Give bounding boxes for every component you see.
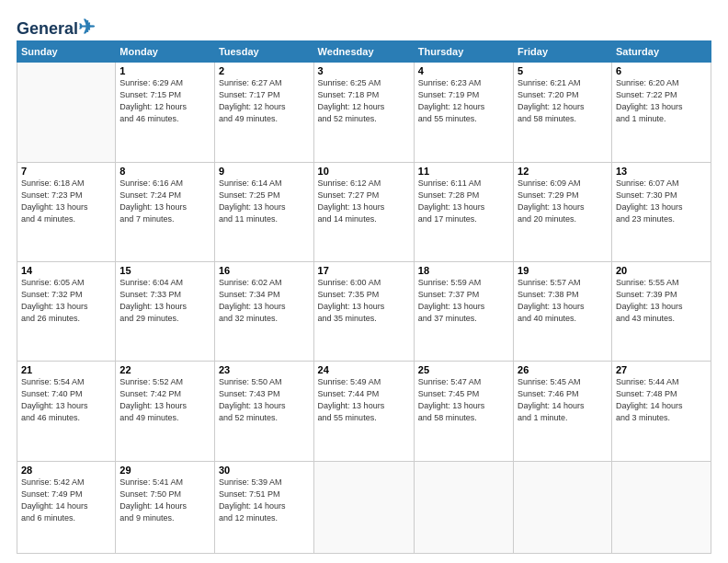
- calendar-cell: 1Sunrise: 6:29 AM Sunset: 7:15 PM Daylig…: [116, 63, 215, 162]
- day-number: 27: [616, 364, 707, 375]
- day-info: Sunrise: 5:50 AM Sunset: 7:43 PM Dayligh…: [219, 376, 310, 424]
- day-info: Sunrise: 5:39 AM Sunset: 7:51 PM Dayligh…: [219, 477, 310, 524]
- calendar-cell: 12Sunrise: 6:09 AM Sunset: 7:29 PM Dayli…: [514, 162, 612, 261]
- calendar-cell: 11Sunrise: 6:11 AM Sunset: 7:28 PM Dayli…: [414, 162, 513, 261]
- calendar-cell: 18Sunrise: 5:59 AM Sunset: 7:37 PM Dayli…: [414, 261, 513, 361]
- calendar-cell: 26Sunrise: 5:45 AM Sunset: 7:46 PM Dayli…: [514, 362, 612, 461]
- day-number: 13: [616, 166, 707, 177]
- calendar-cell: 21Sunrise: 5:54 AM Sunset: 7:40 PM Dayli…: [17, 362, 116, 461]
- day-number: 9: [219, 166, 310, 177]
- calendar-cell: 25Sunrise: 5:47 AM Sunset: 7:45 PM Dayli…: [414, 362, 513, 461]
- calendar-cell: 19Sunrise: 5:57 AM Sunset: 7:38 PM Dayli…: [514, 261, 612, 361]
- day-info: Sunrise: 5:54 AM Sunset: 7:40 PM Dayligh…: [21, 376, 111, 424]
- day-info: Sunrise: 5:44 AM Sunset: 7:48 PM Dayligh…: [616, 376, 707, 424]
- logo: General✈: [17, 17, 95, 35]
- calendar-cell: 28Sunrise: 5:42 AM Sunset: 7:49 PM Dayli…: [17, 461, 116, 553]
- calendar-week-2: 7Sunrise: 6:18 AM Sunset: 7:23 PM Daylig…: [17, 162, 711, 261]
- day-number: 11: [418, 166, 509, 177]
- day-info: Sunrise: 5:41 AM Sunset: 7:50 PM Dayligh…: [119, 477, 210, 524]
- day-info: Sunrise: 6:25 AM Sunset: 7:18 PM Dayligh…: [318, 77, 410, 125]
- day-info: Sunrise: 5:49 AM Sunset: 7:44 PM Dayligh…: [318, 376, 410, 424]
- calendar-cell: 7Sunrise: 6:18 AM Sunset: 7:23 PM Daylig…: [17, 162, 116, 261]
- day-number: 24: [318, 364, 410, 375]
- calendar-cell: 13Sunrise: 6:07 AM Sunset: 7:30 PM Dayli…: [611, 162, 711, 261]
- calendar-cell: 10Sunrise: 6:12 AM Sunset: 7:27 PM Dayli…: [313, 162, 414, 261]
- calendar-cell: [514, 461, 612, 553]
- day-info: Sunrise: 5:52 AM Sunset: 7:42 PM Dayligh…: [119, 376, 210, 424]
- calendar-cell: 14Sunrise: 6:05 AM Sunset: 7:32 PM Dayli…: [17, 261, 116, 361]
- calendar-cell: 24Sunrise: 5:49 AM Sunset: 7:44 PM Dayli…: [313, 362, 414, 461]
- day-number: 14: [21, 265, 111, 276]
- day-info: Sunrise: 6:04 AM Sunset: 7:33 PM Dayligh…: [119, 277, 210, 325]
- day-info: Sunrise: 5:55 AM Sunset: 7:39 PM Dayligh…: [616, 277, 707, 325]
- day-number: 19: [518, 265, 608, 276]
- day-info: Sunrise: 6:21 AM Sunset: 7:20 PM Dayligh…: [518, 77, 608, 125]
- calendar-cell: [17, 63, 116, 162]
- calendar-cell: 3Sunrise: 6:25 AM Sunset: 7:18 PM Daylig…: [313, 63, 414, 162]
- day-info: Sunrise: 6:29 AM Sunset: 7:15 PM Dayligh…: [119, 77, 210, 125]
- day-info: Sunrise: 5:42 AM Sunset: 7:49 PM Dayligh…: [21, 477, 111, 524]
- day-number: 5: [518, 65, 608, 76]
- calendar-cell: [414, 461, 513, 553]
- calendar-cell: 22Sunrise: 5:52 AM Sunset: 7:42 PM Dayli…: [116, 362, 215, 461]
- day-info: Sunrise: 6:12 AM Sunset: 7:27 PM Dayligh…: [318, 178, 410, 225]
- day-info: Sunrise: 6:09 AM Sunset: 7:29 PM Dayligh…: [518, 178, 608, 225]
- calendar-cell: 15Sunrise: 6:04 AM Sunset: 7:33 PM Dayli…: [116, 261, 215, 361]
- weekday-header-wednesday: Wednesday: [313, 41, 414, 63]
- day-number: 28: [21, 465, 111, 476]
- calendar-cell: 16Sunrise: 6:02 AM Sunset: 7:34 PM Dayli…: [214, 261, 313, 361]
- calendar-cell: 6Sunrise: 6:20 AM Sunset: 7:22 PM Daylig…: [611, 63, 711, 162]
- day-number: 29: [119, 465, 210, 476]
- calendar-cell: 27Sunrise: 5:44 AM Sunset: 7:48 PM Dayli…: [611, 362, 711, 461]
- calendar-cell: [611, 461, 711, 553]
- day-number: 7: [21, 166, 111, 177]
- calendar-cell: 29Sunrise: 5:41 AM Sunset: 7:50 PM Dayli…: [116, 461, 215, 553]
- day-number: 21: [21, 364, 111, 375]
- day-info: Sunrise: 6:07 AM Sunset: 7:30 PM Dayligh…: [616, 178, 707, 225]
- calendar-cell: 9Sunrise: 6:14 AM Sunset: 7:25 PM Daylig…: [214, 162, 313, 261]
- day-info: Sunrise: 5:47 AM Sunset: 7:45 PM Dayligh…: [418, 376, 509, 424]
- calendar-cell: 2Sunrise: 6:27 AM Sunset: 7:17 PM Daylig…: [214, 63, 313, 162]
- calendar-week-3: 14Sunrise: 6:05 AM Sunset: 7:32 PM Dayli…: [17, 261, 711, 361]
- day-number: 4: [418, 65, 509, 76]
- calendar-cell: 8Sunrise: 6:16 AM Sunset: 7:24 PM Daylig…: [116, 162, 215, 261]
- day-number: 1: [119, 65, 210, 76]
- calendar-header: SundayMondayTuesdayWednesdayThursdayFrid…: [17, 41, 711, 63]
- day-number: 6: [616, 65, 707, 76]
- calendar-cell: 17Sunrise: 6:00 AM Sunset: 7:35 PM Dayli…: [313, 261, 414, 361]
- logo-text: General✈: [17, 17, 95, 39]
- logo-general: General: [17, 19, 78, 38]
- day-number: 16: [219, 265, 310, 276]
- day-number: 3: [318, 65, 410, 76]
- day-number: 10: [318, 166, 410, 177]
- calendar-cell: [313, 461, 414, 553]
- day-number: 22: [119, 364, 210, 375]
- calendar-table: SundayMondayTuesdayWednesdayThursdayFrid…: [17, 40, 711, 554]
- calendar-body: 1Sunrise: 6:29 AM Sunset: 7:15 PM Daylig…: [17, 63, 711, 554]
- day-info: Sunrise: 6:16 AM Sunset: 7:24 PM Dayligh…: [119, 178, 210, 225]
- weekday-header-saturday: Saturday: [611, 41, 711, 63]
- weekday-header-monday: Monday: [116, 41, 215, 63]
- day-number: 8: [119, 166, 210, 177]
- day-number: 25: [418, 364, 509, 375]
- calendar-week-4: 21Sunrise: 5:54 AM Sunset: 7:40 PM Dayli…: [17, 362, 711, 461]
- day-info: Sunrise: 6:23 AM Sunset: 7:19 PM Dayligh…: [418, 77, 509, 125]
- day-number: 23: [219, 364, 310, 375]
- calendar-cell: 23Sunrise: 5:50 AM Sunset: 7:43 PM Dayli…: [214, 362, 313, 461]
- weekday-header-row: SundayMondayTuesdayWednesdayThursdayFrid…: [17, 41, 711, 63]
- day-number: 12: [518, 166, 608, 177]
- calendar-cell: 5Sunrise: 6:21 AM Sunset: 7:20 PM Daylig…: [514, 63, 612, 162]
- day-info: Sunrise: 6:00 AM Sunset: 7:35 PM Dayligh…: [318, 277, 410, 325]
- calendar-cell: 30Sunrise: 5:39 AM Sunset: 7:51 PM Dayli…: [214, 461, 313, 553]
- day-info: Sunrise: 6:14 AM Sunset: 7:25 PM Dayligh…: [219, 178, 310, 225]
- weekday-header-tuesday: Tuesday: [214, 41, 313, 63]
- header: General✈: [17, 17, 711, 35]
- day-info: Sunrise: 6:02 AM Sunset: 7:34 PM Dayligh…: [219, 277, 310, 325]
- day-number: 26: [518, 364, 608, 375]
- day-info: Sunrise: 6:27 AM Sunset: 7:17 PM Dayligh…: [219, 77, 310, 125]
- day-number: 30: [219, 465, 310, 476]
- page: General✈ SundayMondayTuesdayWednesdayThu…: [0, 0, 728, 563]
- day-info: Sunrise: 6:18 AM Sunset: 7:23 PM Dayligh…: [21, 178, 111, 225]
- weekday-header-sunday: Sunday: [17, 41, 116, 63]
- day-number: 15: [119, 265, 210, 276]
